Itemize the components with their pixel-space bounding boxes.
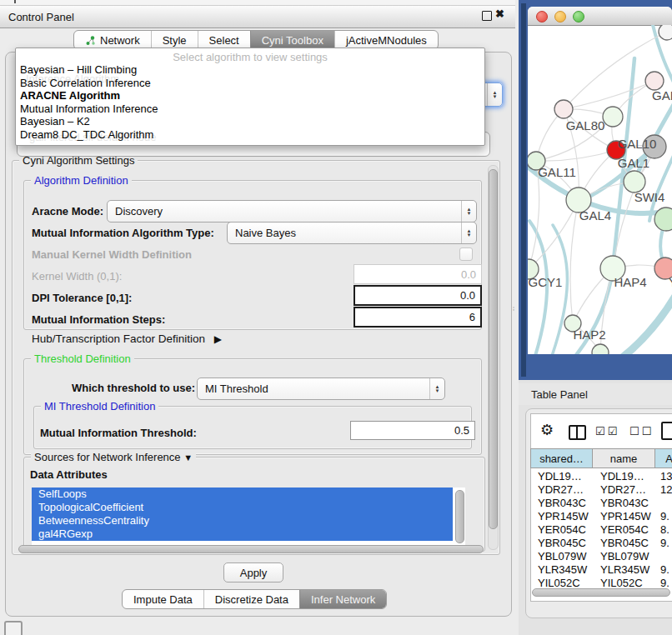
deselect-all-checks-icon[interactable]: ☐☐ [629, 425, 654, 438]
node-GAL[interactable] [645, 72, 664, 90]
list-scrollbar-thumb[interactable] [455, 490, 464, 543]
float-window-icon[interactable] [482, 11, 492, 21]
table-row[interactable]: YBR043CYBR043C [530, 496, 672, 509]
settings-scrollbar-track[interactable] [488, 165, 499, 550]
network-icon [85, 35, 96, 46]
minimize-traffic-light[interactable] [554, 11, 566, 22]
new-table-icon[interactable] [661, 422, 672, 440]
network-view-window[interactable]: GAL80GALGAL10GAL1GAL11GAL4SWI4GCY1HAP4YH… [528, 7, 672, 354]
node-GAL80[interactable] [554, 100, 573, 118]
splitter-grip-icon[interactable]: ⁞ [513, 308, 517, 314]
table-row[interactable]: YPR145WYPR145W9. [530, 509, 672, 522]
apply-button[interactable]: Apply [223, 562, 283, 582]
table-cell: 13 [655, 470, 672, 482]
node-partial[interactable] [659, 25, 672, 40]
tab-jactivemnodules[interactable]: jActiveMNodules [334, 31, 438, 49]
mi-steps-field[interactable]: 6 [354, 307, 482, 328]
mi-threshold-label: Mutual Information Threshold: [40, 427, 197, 439]
table-row[interactable]: YBR045CYBR045C9. [530, 536, 672, 549]
group-title: Sources for Network Inference ▼ [31, 451, 196, 463]
table-row[interactable]: YDL19…YDL19…13 [530, 469, 672, 482]
node-GAL10[interactable] [603, 107, 623, 127]
close-icon[interactable]: ✖ [495, 8, 504, 20]
spinner-arrows-icon: ▲▼ [461, 222, 476, 243]
zoom-traffic-light[interactable] [573, 11, 584, 22]
hub-definition-label[interactable]: Hub/Transcription Factor Definition ▶ [32, 332, 222, 345]
network-window-titlebar[interactable] [528, 7, 672, 26]
tab-network[interactable]: Network [74, 31, 151, 49]
attribute-list-item[interactable]: SelfLoops [32, 488, 453, 501]
network-graph-canvas[interactable]: GAL80GALGAL10GAL1GAL11GAL4SWI4GCY1HAP4YH… [528, 25, 672, 354]
mi-algorithm-type-combo[interactable]: Naive Bayes ▲▼ [227, 222, 477, 244]
table-row[interactable]: YLR345WYLR345W9. [530, 562, 672, 576]
gear-icon[interactable]: ⚙ [540, 421, 554, 438]
algorithm-option[interactable]: ARACNE Algorithm [16, 89, 484, 102]
node-partial[interactable] [592, 344, 609, 354]
table-panel-title: Table Panel [519, 388, 588, 401]
table-cell: YBL079W [593, 550, 655, 562]
attribute-list-item[interactable]: gal4RGexp [32, 528, 453, 541]
node-label: GAL80 [566, 118, 605, 132]
table-panel-titlebar: Table Panel [519, 383, 672, 405]
screen: Control Panel ✖ NetworkStyleSelectCyni T… [0, 0, 672, 635]
node-label: GAL4 [579, 208, 611, 222]
node-label: GAL [652, 88, 672, 102]
desktop-left-shadow [521, 3, 526, 377]
close-traffic-light[interactable] [536, 11, 548, 22]
algorithm-option[interactable]: Mutual Information Inference [16, 102, 484, 116]
spinner-arrows-icon: ▲▼ [487, 83, 502, 106]
expand-right-icon[interactable]: ▶ [214, 333, 222, 345]
table-cell: 12 [655, 483, 672, 496]
table-row[interactable]: YDR27…YDR27…12 [530, 482, 672, 496]
table-header-row: shared…nameA [530, 448, 672, 468]
table-cell: 9. [655, 577, 672, 589]
mi-algorithm-type-label: Mutual Information Algorithm Type: [32, 227, 214, 239]
node-partial[interactable] [654, 208, 672, 231]
table-cell: YIL052C [593, 577, 655, 589]
table-cell: YPR145W [530, 510, 593, 522]
tab-cyni-toolbox[interactable]: Cyni Toolbox [250, 31, 334, 49]
kernel-width-field: 0.0 [354, 264, 482, 284]
tab-select[interactable]: Select [198, 31, 250, 49]
settings-scrollbar-thumb[interactable] [489, 169, 498, 529]
top-tick [14, 0, 16, 3]
column-header[interactable]: A [655, 448, 672, 468]
mi-threshold-field[interactable]: 0.5 [350, 421, 475, 440]
collapse-down-icon[interactable]: ▼ [183, 452, 193, 462]
table-hscrollbar-thumb[interactable] [532, 588, 670, 597]
group-title: Threshold Definition [31, 352, 134, 365]
cyni-bottom-tab-bar: Impute DataDiscretize DataInfer Network [122, 589, 387, 609]
edge-highlighted[interactable] [621, 292, 672, 354]
edge[interactable] [570, 200, 579, 323]
table-row[interactable]: YIL052CYIL052C9. [530, 576, 672, 589]
dpi-tolerance-field[interactable]: 0.0 [354, 285, 482, 306]
attribute-list-item[interactable]: TopologicalCoefficient [32, 501, 453, 514]
algorithm-option[interactable]: Bayesian – K2 [16, 115, 484, 128]
column-header[interactable]: name [593, 448, 655, 468]
table-cell: YBR045C [593, 537, 655, 549]
attribute-list-item[interactable]: BetweennessCentrality [32, 514, 453, 528]
which-threshold-combo[interactable]: MI Threshold ▲▼ [197, 378, 445, 400]
tab-label: Style [163, 34, 187, 47]
group-title: MI Threshold Definition [41, 400, 158, 412]
edge-highlighted[interactable] [551, 225, 567, 354]
table-row[interactable]: YBL079WYBL079W [530, 549, 672, 562]
tab-infer-network[interactable]: Infer Network [299, 590, 386, 608]
tab-impute-data[interactable]: Impute Data [123, 590, 203, 608]
columns-icon[interactable] [569, 425, 586, 440]
aracne-mode-combo[interactable]: Discovery ▲▼ [107, 200, 477, 222]
column-header[interactable]: shared… [530, 448, 593, 468]
table-cell: 9. [655, 537, 672, 549]
settings-hscrollbar-thumb[interactable] [18, 545, 484, 553]
mi-steps-label: Mutual Information Steps: [32, 313, 165, 326]
tab-style[interactable]: Style [151, 31, 198, 49]
restore-panel-icon[interactable] [4, 621, 23, 635]
tab-label: Discretize Data [215, 593, 288, 606]
node-label: SWI4 [634, 190, 665, 204]
manual-kernel-width-checkbox[interactable] [459, 248, 473, 261]
tab-discretize-data[interactable]: Discretize Data [203, 590, 299, 608]
select-all-checks-icon[interactable]: ☑☑ [595, 425, 619, 438]
panel-title: Control Panel [0, 11, 74, 23]
which-threshold-label: Which threshold to use: [72, 382, 195, 394]
table-row[interactable]: YER054CYER054C8. [530, 522, 672, 536]
